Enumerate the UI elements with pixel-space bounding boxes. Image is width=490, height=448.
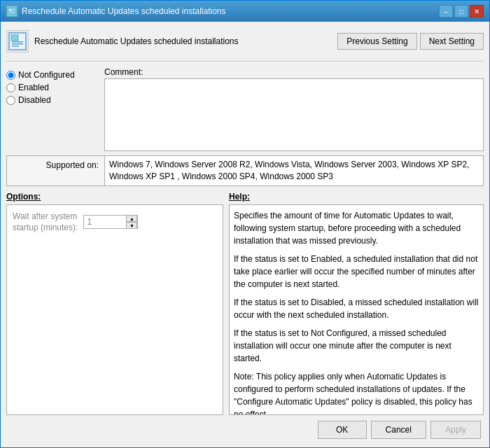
radio-disabled[interactable]: Disabled	[6, 95, 104, 105]
title-bar-left: Reschedule Automatic Updates scheduled i…	[6, 6, 226, 17]
spinner-down-button[interactable]: ▼	[126, 222, 137, 229]
options-header: Options:	[6, 192, 223, 202]
help-paragraph-1: Specifies the amount of time for Automat…	[234, 209, 479, 247]
minimize-button[interactable]: –	[439, 5, 453, 18]
svg-rect-4	[12, 41, 23, 43]
supported-row: Supported on: Windows 7, Windows Server …	[6, 155, 484, 186]
cancel-button[interactable]: Cancel	[371, 421, 426, 439]
policy-icon	[6, 30, 29, 52]
svg-rect-6	[12, 46, 19, 47]
supported-label: Supported on:	[7, 156, 105, 186]
close-button[interactable]: ✕	[470, 5, 484, 18]
help-paragraph-2: If the status is set to Enabled, a sched…	[234, 253, 479, 290]
radio-section: Not Configured Enabled Disabled	[6, 67, 104, 151]
wait-label-line2: startup (minutes):	[13, 223, 78, 232]
spinner-input: ▲ ▼	[83, 215, 138, 229]
previous-setting-button[interactable]: Previous Setting	[337, 33, 416, 50]
next-setting-button[interactable]: Next Setting	[420, 33, 484, 50]
header-row: Reschedule Automatic Updates scheduled i…	[6, 27, 484, 55]
wait-label: Wait after system startup (minutes):	[13, 211, 78, 234]
options-box: Wait after system startup (minutes): ▲ ▼	[6, 204, 223, 415]
radio-enabled-label: Enabled	[18, 83, 49, 92]
main-window: Reschedule Automatic Updates scheduled i…	[0, 0, 490, 448]
content-area: Reschedule Automatic Updates scheduled i…	[1, 22, 489, 447]
header-divider	[6, 61, 484, 62]
header-left: Reschedule Automatic Updates scheduled i…	[6, 30, 239, 52]
help-paragraph-5: Note: This policy applies only when Auto…	[234, 370, 479, 415]
maximize-button[interactable]: □	[454, 5, 468, 18]
radio-comment-row: Not Configured Enabled Disabled Comment:	[6, 67, 484, 151]
comment-textarea[interactable]	[104, 78, 484, 151]
radio-enabled[interactable]: Enabled	[6, 83, 104, 92]
header-title: Reschedule Automatic Updates scheduled i…	[34, 36, 239, 46]
title-buttons: – □ ✕	[439, 5, 484, 18]
supported-content: Windows 7, Windows Server 2008 R2, Windo…	[105, 156, 483, 186]
ok-button[interactable]: OK	[318, 421, 367, 439]
radio-disabled-label: Disabled	[18, 95, 51, 105]
footer: OK Cancel Apply	[6, 415, 484, 442]
svg-rect-5	[12, 43, 23, 45]
comment-label: Comment:	[104, 67, 484, 77]
svg-rect-3	[11, 35, 18, 41]
option-row-wait: Wait after system startup (minutes): ▲ ▼	[13, 211, 217, 234]
comment-section: Comment:	[104, 67, 484, 151]
wait-label-line1: Wait after system	[13, 211, 77, 221]
spinner-value-input[interactable]	[84, 216, 126, 228]
nav-buttons: Previous Setting Next Setting	[337, 33, 484, 50]
apply-button[interactable]: Apply	[430, 421, 481, 439]
radio-not-configured[interactable]: Not Configured	[6, 70, 104, 80]
window-title: Reschedule Automatic Updates scheduled i…	[22, 6, 226, 16]
window-icon	[6, 6, 18, 17]
radio-not-configured-label: Not Configured	[18, 70, 75, 80]
options-help-row: Options: Wait after system startup (minu…	[6, 192, 484, 415]
help-paragraph-3: If the status is set to Disabled, a miss…	[234, 296, 479, 321]
svg-rect-1	[9, 9, 12, 11]
help-header: Help:	[229, 192, 484, 202]
spinner-up-button[interactable]: ▲	[126, 215, 137, 222]
help-section: Help: Specifies the amount of time for A…	[229, 192, 484, 415]
options-section: Options: Wait after system startup (minu…	[6, 192, 223, 415]
title-bar: Reschedule Automatic Updates scheduled i…	[1, 1, 489, 22]
help-paragraph-4: If the status is set to Not Configured, …	[234, 327, 479, 365]
spinner-buttons: ▲ ▼	[126, 215, 137, 229]
help-box: Specifies the amount of time for Automat…	[229, 204, 484, 415]
